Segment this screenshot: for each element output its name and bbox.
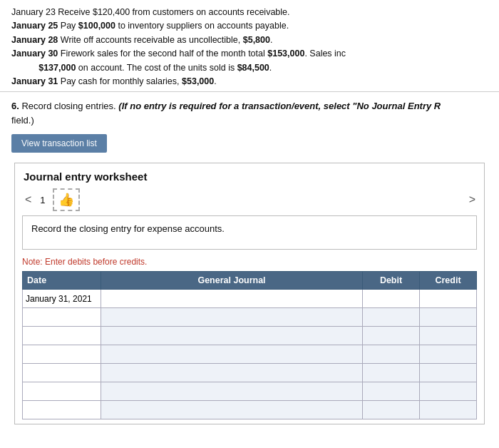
table-row xyxy=(23,327,477,345)
gj-cell-1[interactable] xyxy=(101,290,363,308)
nav-left-arrow[interactable]: < xyxy=(21,192,36,208)
hand-cursor-icon: 👍 xyxy=(58,192,74,208)
header-general-journal: General Journal xyxy=(101,272,363,290)
nav-number: 1 xyxy=(40,195,45,205)
table-row xyxy=(23,308,477,327)
debit-cell-2[interactable] xyxy=(363,308,420,327)
question-text: 6. Record closing entries. (If no entry … xyxy=(11,99,488,127)
date-cell-7[interactable] xyxy=(23,401,101,419)
transactions-section: January 23 Receive $120,400 from custome… xyxy=(0,0,499,92)
credit-cell-4[interactable] xyxy=(420,345,477,364)
worksheet-title: Journal entry worksheet xyxy=(15,163,484,185)
credit-cell-6[interactable] xyxy=(420,382,477,401)
gj-cell-5[interactable] xyxy=(101,364,363,382)
table-header-row: Date General Journal Debit Credit xyxy=(23,272,477,290)
credit-cell-5[interactable] xyxy=(420,364,477,382)
table-row: January 31, 2021 xyxy=(23,290,477,308)
page-wrapper: January 23 Receive $120,400 from custome… xyxy=(0,0,499,448)
transaction-jan31: January 31 Pay cash for monthly salaries… xyxy=(11,75,488,88)
credit-cell-2[interactable] xyxy=(420,308,477,327)
date-cell-3[interactable] xyxy=(23,327,101,345)
debit-cell-4[interactable] xyxy=(363,345,420,364)
record-instruction-box: Record the closing entry for expense acc… xyxy=(22,215,477,250)
gj-cell-3[interactable] xyxy=(101,327,363,345)
nav-row: < 1 👍 > xyxy=(15,185,484,215)
credit-cell-7[interactable] xyxy=(420,401,477,419)
date-cell-6[interactable] xyxy=(23,382,101,401)
date-cell-5[interactable] xyxy=(23,364,101,382)
transaction-jan25: January 25 Pay $100,000 to inventory sup… xyxy=(11,19,488,33)
transaction-jan23: January 23 Receive $120,400 from custome… xyxy=(11,6,488,19)
view-transaction-list-button[interactable]: View transaction list xyxy=(11,134,107,153)
gj-cell-2[interactable] xyxy=(101,308,363,327)
gj-cell-4[interactable] xyxy=(101,345,363,364)
journal-table: Date General Journal Debit Credit Januar… xyxy=(22,271,477,419)
journal-entry-worksheet: Journal entry worksheet < 1 👍 > Record t… xyxy=(14,163,485,424)
gj-cell-6[interactable] xyxy=(101,382,363,401)
credit-cell-3[interactable] xyxy=(420,327,477,345)
transaction-jan28: January 28 Write off accounts receivable… xyxy=(11,34,488,47)
gj-cell-7[interactable] xyxy=(101,401,363,419)
record-instruction-text: Record the closing entry for expense acc… xyxy=(31,223,225,234)
table-row xyxy=(23,345,477,364)
debit-cell-6[interactable] xyxy=(363,382,420,401)
question-section: 6. Record closing entries. (If no entry … xyxy=(0,92,499,436)
table-row xyxy=(23,401,477,419)
debit-cell-3[interactable] xyxy=(363,327,420,345)
table-row xyxy=(23,364,477,382)
nav-right-arrow[interactable]: > xyxy=(469,193,475,206)
credit-cell-1[interactable] xyxy=(420,290,477,308)
date-cell-4[interactable] xyxy=(23,345,101,364)
header-credit: Credit xyxy=(420,272,477,290)
debit-cell-1[interactable] xyxy=(363,290,420,308)
date-cell-2[interactable] xyxy=(23,308,101,327)
debit-cell-5[interactable] xyxy=(363,364,420,382)
debit-cell-7[interactable] xyxy=(363,401,420,419)
header-date: Date xyxy=(23,272,101,290)
date-cell-1[interactable]: January 31, 2021 xyxy=(23,290,101,308)
table-row xyxy=(23,382,477,401)
transaction-jan30b: $137,000 on account. The cost of the uni… xyxy=(11,61,488,75)
header-debit: Debit xyxy=(363,272,420,290)
nav-icon-box[interactable]: 👍 xyxy=(53,188,80,211)
transaction-jan30: January 30 Firework sales for the second… xyxy=(11,47,488,61)
note-text: Note: Enter debits before credits. xyxy=(15,254,484,271)
